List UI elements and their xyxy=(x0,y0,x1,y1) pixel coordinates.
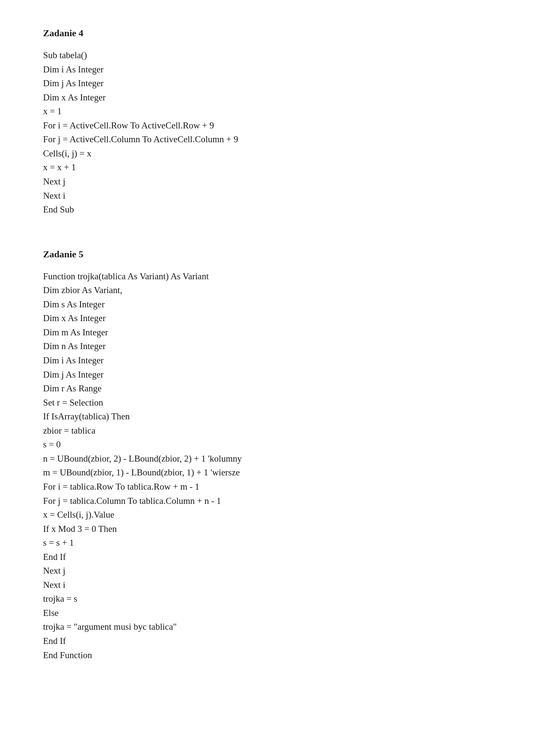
section-zadanie5: Zadanie 5 Function trojka(tablica As Var… xyxy=(43,247,491,662)
section-title-5: Zadanie 5 xyxy=(43,247,491,262)
page-content: Zadanie 4 Sub tabela() Dim i As Integer … xyxy=(43,26,491,662)
code-block-5: Function trojka(tablica As Variant) As V… xyxy=(43,269,491,662)
code-block-4: Sub tabela() Dim i As Integer Dim j As I… xyxy=(43,48,491,217)
spacer xyxy=(43,234,491,247)
section-title-4: Zadanie 4 xyxy=(43,26,491,41)
section-zadanie4: Zadanie 4 Sub tabela() Dim i As Integer … xyxy=(43,26,491,217)
